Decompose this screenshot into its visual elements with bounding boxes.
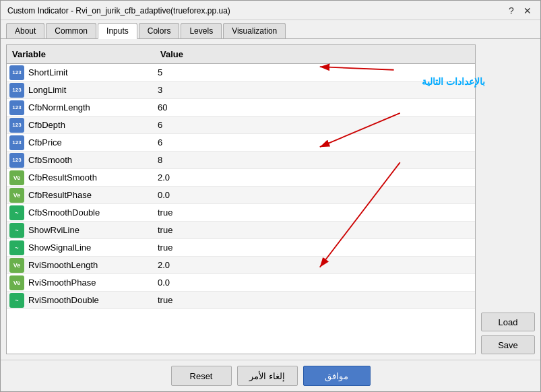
- row-variable-value[interactable]: true: [152, 294, 475, 306]
- table-row[interactable]: ~ShowSignalLinetrue: [7, 239, 475, 257]
- table-row[interactable]: 123CfbDepth6: [7, 117, 475, 134]
- row-icon-double: Ve: [9, 258, 24, 273]
- row-variable-value[interactable]: 0.0: [152, 276, 475, 289]
- table-row[interactable]: 123ShortLimit5: [7, 64, 475, 81]
- main-window: Custom Indicator - Rvi_on_jurik_cfb_adap…: [0, 0, 541, 392]
- row-variable-name: RviSmoothDouble: [24, 294, 152, 306]
- row-variable-value[interactable]: 6: [152, 136, 475, 149]
- table-row[interactable]: 123LongLimit3: [7, 81, 475, 99]
- row-variable-name: CfbPrice: [24, 136, 152, 149]
- row-variable-value[interactable]: 60: [152, 101, 475, 114]
- close-icon[interactable]: ✕: [521, 5, 534, 17]
- table-row[interactable]: ~CfbSmoothDoubletrue: [7, 204, 475, 222]
- row-icon-int: 123: [9, 118, 24, 133]
- row-icon-bool: ~: [9, 205, 24, 220]
- tab-levels[interactable]: Levels: [181, 23, 222, 38]
- tab-colors[interactable]: Colors: [139, 23, 180, 38]
- col-value-header: Value: [155, 48, 475, 61]
- table-header: Variable Value: [7, 45, 475, 64]
- row-variable-value[interactable]: 5: [152, 66, 475, 79]
- table-row[interactable]: ~RviSmoothDoubletrue: [7, 292, 475, 309]
- col-variable-header: Variable: [7, 48, 155, 61]
- footer: Reset إلغاء الأمر موافق: [1, 360, 540, 391]
- row-variable-name: LongLimit: [24, 84, 152, 96]
- row-variable-value[interactable]: 2.0: [152, 259, 475, 271]
- table-row[interactable]: 123CfbNormLength60: [7, 99, 475, 117]
- content-area: Variable Value 123ShortLimit5123LongLimi…: [1, 39, 540, 360]
- row-variable-name: CfbResultPhase: [24, 189, 152, 201]
- row-variable-name: CfbSmooth: [24, 154, 152, 166]
- table-row[interactable]: ~ShowRviLinetrue: [7, 222, 475, 239]
- save-button[interactable]: Save: [481, 335, 535, 354]
- row-variable-name: ShowSignalLine: [24, 241, 152, 254]
- load-button[interactable]: Load: [481, 313, 535, 331]
- ok-button[interactable]: موافق: [303, 366, 371, 386]
- row-variable-value[interactable]: 8: [152, 154, 475, 166]
- row-variable-name: CfbResultSmooth: [24, 171, 152, 184]
- row-variable-name: CfbSmoothDouble: [24, 206, 152, 219]
- variables-table: Variable Value 123ShortLimit5123LongLimi…: [6, 44, 476, 354]
- help-icon[interactable]: ?: [505, 5, 517, 17]
- table-row[interactable]: VeRviSmoothPhase0.0: [7, 274, 475, 292]
- row-icon-double: Ve: [9, 275, 24, 290]
- tab-bar: About Common Inputs Colors Levels Visual…: [1, 20, 540, 39]
- row-variable-name: RviSmoothLength: [24, 259, 152, 271]
- table-row[interactable]: VeRviSmoothLength2.0: [7, 257, 475, 274]
- title-icons: ? ✕: [505, 5, 534, 17]
- tab-inputs[interactable]: Inputs: [98, 23, 137, 39]
- row-icon-bool: ~: [9, 293, 24, 308]
- cancel-button[interactable]: إلغاء الأمر: [237, 366, 298, 386]
- tab-common[interactable]: Common: [46, 23, 96, 38]
- row-icon-int: 123: [9, 100, 24, 115]
- row-variable-value[interactable]: true: [152, 206, 475, 219]
- title-bar: Custom Indicator - Rvi_on_jurik_cfb_adap…: [1, 1, 540, 20]
- row-icon-double: Ve: [9, 188, 24, 203]
- side-buttons: Load Save: [481, 44, 535, 354]
- row-variable-name: CfbDepth: [24, 119, 152, 131]
- row-variable-value[interactable]: true: [152, 224, 475, 236]
- tab-visualization[interactable]: Visualization: [223, 23, 286, 38]
- row-variable-value[interactable]: 3: [152, 84, 475, 96]
- reset-button[interactable]: Reset: [171, 366, 232, 386]
- row-variable-value[interactable]: 2.0: [152, 171, 475, 184]
- row-variable-name: RviSmoothPhase: [24, 276, 152, 289]
- row-icon-int: 123: [9, 83, 24, 98]
- row-variable-value[interactable]: 6: [152, 119, 475, 131]
- row-icon-bool: ~: [9, 240, 24, 255]
- table-body: 123ShortLimit5123LongLimit3123CfbNormLen…: [7, 64, 475, 354]
- table-row[interactable]: 123CfbPrice6: [7, 134, 475, 152]
- table-row[interactable]: VeCfbResultSmooth2.0: [7, 169, 475, 187]
- row-icon-int: 123: [9, 153, 24, 168]
- tab-about[interactable]: About: [6, 23, 44, 38]
- row-variable-name: ShowRviLine: [24, 224, 152, 236]
- row-icon-int: 123: [9, 135, 24, 150]
- row-icon-double: Ve: [9, 170, 24, 185]
- row-icon-bool: ~: [9, 223, 24, 238]
- row-variable-value[interactable]: 0.0: [152, 189, 475, 201]
- table-row[interactable]: VeCfbResultPhase0.0: [7, 187, 475, 204]
- row-icon-int: 123: [9, 65, 24, 80]
- row-variable-name: ShortLimit: [24, 66, 152, 79]
- row-variable-value[interactable]: true: [152, 241, 475, 254]
- row-variable-name: CfbNormLength: [24, 101, 152, 114]
- table-row[interactable]: 123CfbSmooth8: [7, 152, 475, 169]
- window-title: Custom Indicator - Rvi_on_jurik_cfb_adap…: [7, 6, 230, 15]
